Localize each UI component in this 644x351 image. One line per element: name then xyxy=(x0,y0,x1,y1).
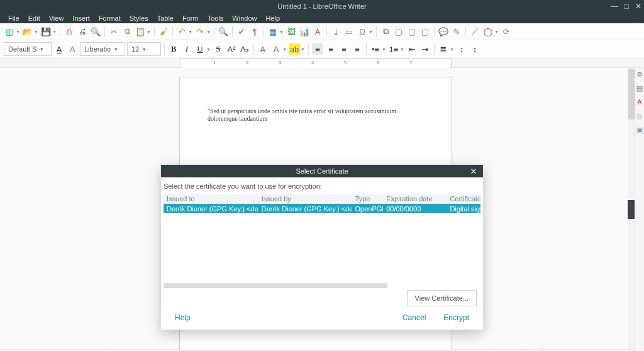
underline-dropdown[interactable]: ▾ xyxy=(206,47,211,52)
line-spacing-icon[interactable]: ≣ xyxy=(438,43,449,55)
menu-styles[interactable]: Styles xyxy=(125,14,153,22)
indent-icon[interactable]: ⇥ xyxy=(419,43,431,55)
align-center-icon[interactable]: ≡ xyxy=(325,43,336,55)
ruler-scale[interactable]: 1 2 3 4 5 6 7 xyxy=(180,58,452,69)
menu-window[interactable]: Window xyxy=(228,14,261,22)
shapes-icon[interactable]: ◯ xyxy=(482,26,494,37)
dialog-help-link[interactable]: Help xyxy=(175,313,191,322)
bullet-list-icon[interactable]: •≡ xyxy=(370,43,381,55)
menu-help[interactable]: Help xyxy=(261,14,284,22)
undo-icon[interactable]: ↶ xyxy=(176,26,187,37)
inc-spacing-icon[interactable]: ↕ xyxy=(456,43,467,55)
document-close-icon[interactable]: × xyxy=(631,13,640,23)
bullet-dropdown[interactable]: ▾ xyxy=(382,47,386,52)
redo-dropdown[interactable]: ▾ xyxy=(206,29,211,35)
align-right-icon[interactable]: ≡ xyxy=(338,43,350,55)
undo-dropdown[interactable]: ▾ xyxy=(188,29,192,35)
comment-icon[interactable]: 💬 xyxy=(438,26,449,37)
dialog-h-scrollbar[interactable] xyxy=(164,283,387,288)
table-icon[interactable]: ▦ xyxy=(267,26,279,37)
paste-icon[interactable]: 📋 xyxy=(135,26,146,37)
print-preview-icon[interactable]: 🔍 xyxy=(90,26,101,37)
font-size-combo[interactable]: 12 ▾ xyxy=(127,42,161,56)
dialog-close-icon[interactable]: ✕ xyxy=(468,165,479,177)
cert-table-row[interactable]: Derrik Diener (GPG Key.) <derrik.diener@… xyxy=(164,204,480,213)
strike-icon[interactable]: S xyxy=(213,43,224,55)
menu-tools[interactable]: Tools xyxy=(203,14,228,22)
redo-icon[interactable]: ↷ xyxy=(194,26,206,37)
dec-spacing-icon[interactable]: ↕ xyxy=(469,43,480,55)
clone-format-icon[interactable]: 🖌 xyxy=(158,26,169,37)
sidebar-settings-icon[interactable]: ⚙ xyxy=(636,70,643,78)
menu-table[interactable]: Table xyxy=(153,14,178,22)
open-icon[interactable]: 📂 xyxy=(22,26,33,37)
menu-file[interactable]: File xyxy=(4,14,24,22)
cross-ref-icon[interactable]: ▢ xyxy=(419,26,431,37)
paste-dropdown[interactable]: ▾ xyxy=(147,29,151,35)
align-left-icon[interactable]: ≡ xyxy=(312,43,323,55)
save-dropdown[interactable]: ▾ xyxy=(52,29,57,35)
col-expiration[interactable]: Expiration date xyxy=(383,195,447,203)
window-close-icon[interactable]: ✕ xyxy=(635,2,641,11)
font-name-combo[interactable]: Liberatio ▾ xyxy=(80,42,125,56)
menu-insert[interactable]: Insert xyxy=(68,14,94,22)
bold-icon[interactable]: B xyxy=(168,43,179,55)
cut-icon[interactable]: ✂ xyxy=(108,26,119,37)
new-style-icon[interactable]: A xyxy=(67,43,78,55)
subscript-icon[interactable]: A₂ xyxy=(239,43,250,55)
document-text[interactable]: "Sed ut perspiciatis unde omnis iste nat… xyxy=(208,108,424,122)
update-style-icon[interactable]: A̲ xyxy=(53,43,65,55)
nonprinting-icon[interactable]: ¶ xyxy=(249,26,260,37)
col-issued-by[interactable]: Issued by xyxy=(258,195,352,203)
underline-icon[interactable]: U xyxy=(194,43,206,55)
font-color-icon[interactable]: A xyxy=(270,43,282,55)
footnote-icon[interactable]: ▢ xyxy=(393,26,404,37)
draw-func-icon[interactable]: ⟳ xyxy=(501,26,512,37)
cert-table-body[interactable] xyxy=(164,213,480,288)
number-dropdown[interactable]: ▾ xyxy=(400,47,404,52)
italic-icon[interactable]: I xyxy=(181,43,192,55)
dialog-titlebar[interactable]: Select Certificate ✕ xyxy=(161,165,483,177)
col-usage[interactable]: Certificate us xyxy=(447,195,480,203)
menu-view[interactable]: View xyxy=(45,14,69,22)
chart-icon[interactable]: 📊 xyxy=(299,26,310,37)
window-maximize-icon[interactable]: □ xyxy=(625,2,629,11)
save-icon[interactable]: 💾 xyxy=(40,26,52,37)
menu-format[interactable]: Format xyxy=(94,14,125,22)
spellcheck-icon[interactable]: ✔ xyxy=(236,26,247,37)
table-dropdown[interactable]: ▾ xyxy=(279,29,284,35)
menu-edit[interactable]: Edit xyxy=(24,14,45,22)
sidebar-properties-icon[interactable]: ▤ xyxy=(636,84,643,92)
open-dropdown[interactable]: ▾ xyxy=(34,29,38,35)
sidebar-gallery-icon[interactable]: ◎ xyxy=(636,112,643,120)
new-dropdown[interactable]: ▾ xyxy=(16,29,20,35)
clear-format-icon[interactable]: A̶ xyxy=(257,43,269,55)
scrollbar-thumb[interactable] xyxy=(628,69,635,120)
textbox-icon[interactable]: A xyxy=(312,26,323,37)
shapes-dropdown[interactable]: ▾ xyxy=(494,29,499,35)
view-certificate-button[interactable]: View Certificate... xyxy=(407,290,477,306)
superscript-icon[interactable]: A² xyxy=(226,43,237,55)
window-minimize-icon[interactable]: — xyxy=(611,2,618,11)
number-list-icon[interactable]: 1≡ xyxy=(388,43,399,55)
bookmark-icon[interactable]: ▢ xyxy=(406,26,418,37)
menu-form[interactable]: Form xyxy=(178,14,203,22)
export-pdf-icon[interactable]: ⎙ xyxy=(64,26,75,37)
pagebreak-icon[interactable]: ⤓ xyxy=(330,26,341,37)
sidebar-styles-icon[interactable]: A xyxy=(636,98,643,106)
line-spacing-dropdown[interactable]: ▾ xyxy=(450,47,454,52)
align-justify-icon[interactable]: ≡ xyxy=(352,43,363,55)
highlight-icon[interactable]: ab xyxy=(289,43,300,55)
dialog-encrypt-link[interactable]: Encrypt xyxy=(443,313,469,322)
col-issued-to[interactable]: Issued to xyxy=(164,195,258,203)
new-icon[interactable]: ▥ xyxy=(4,26,15,37)
print-icon[interactable]: 🖨 xyxy=(77,26,88,37)
hyperlink-icon[interactable]: ⧉ xyxy=(380,26,391,37)
highlight-dropdown[interactable]: ▾ xyxy=(301,47,305,52)
sidebar-navigator-icon[interactable]: ▣ xyxy=(636,126,643,133)
copy-icon[interactable]: ⧉ xyxy=(121,26,133,37)
dialog-cancel-link[interactable]: Cancel xyxy=(402,313,426,322)
find-icon[interactable]: 🔍 xyxy=(218,26,229,37)
para-style-combo[interactable]: Default S ▾ xyxy=(4,42,52,56)
col-type[interactable]: Type xyxy=(352,195,384,203)
